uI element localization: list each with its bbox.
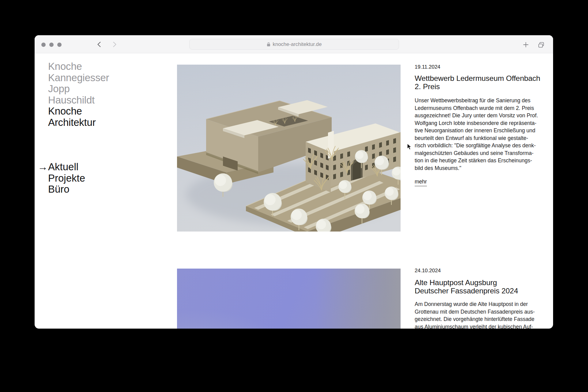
browser-toolbar: knoche-architektur.de (35, 35, 553, 53)
article-image-ledermuseum-model[interactable] (177, 65, 401, 232)
tabs-overview-icon (539, 43, 544, 47)
window-control-dot-minimize[interactable] (49, 43, 54, 47)
new-tab-button[interactable] (522, 41, 530, 48)
nav-item-aktuell[interactable]: → Aktuell (48, 161, 85, 173)
article-body: Am Donnerstag wurde die Alte Hauptpost i… (415, 300, 549, 329)
chevron-right-icon (114, 42, 116, 47)
address-bar[interactable]: knoche-architektur.de (189, 39, 399, 50)
chevron-left-icon (98, 42, 100, 47)
nav-item-buero[interactable]: Büro (48, 184, 85, 195)
article-date: 24.10.2024 (415, 267, 549, 274)
mouse-cursor (406, 143, 413, 150)
forward-button[interactable] (111, 41, 118, 48)
nav-label-projekte: Projekte (48, 172, 85, 184)
logo-firm-name: Knoche Architektur (48, 106, 109, 128)
window-control-dot-close[interactable] (41, 43, 46, 47)
show-tabs-button[interactable] (537, 41, 545, 49)
article-image-hauptpost[interactable] (177, 269, 401, 329)
active-arrow-icon: → (38, 161, 48, 173)
site-logo[interactable]: Knoche Kannegiesser Jopp Hauschildt Knoc… (48, 61, 109, 128)
nav-label-buero: Büro (48, 183, 70, 195)
url-text: knoche-architektur.de (273, 41, 322, 47)
plus-icon (524, 43, 528, 47)
back-button[interactable] (96, 41, 103, 48)
article-title: Wettbewerb Ledermuseum Offenbach 2. Prei… (415, 74, 549, 91)
nav-item-projekte[interactable]: Projekte (48, 173, 85, 184)
desktop-background: knoche-architektur.de Knoche Kannegiesse… (0, 0, 588, 392)
logo-partner-names: Knoche Kannegiesser Jopp Hauschildt (48, 61, 109, 106)
article-body: Unser Wettbewerbsbeitrag für die Sanieru… (415, 97, 549, 172)
article-hauptpost: 24.10.2024 Alte Hauptpost Augsburg Deuts… (415, 267, 549, 329)
lock-icon (267, 42, 270, 47)
architectural-model-photo (177, 65, 401, 232)
article-ledermuseum: 19.11.2024 Wettbewerb Ledermuseum Offenb… (415, 64, 549, 186)
window-control-dot-zoom[interactable] (57, 43, 62, 47)
main-navigation: → Aktuell Projekte Büro (48, 161, 85, 195)
more-link[interactable]: mehr (415, 179, 427, 186)
browser-window: knoche-architektur.de Knoche Kannegiesse… (35, 35, 553, 329)
article-date: 19.11.2024 (415, 64, 549, 70)
nav-label-aktuell: Aktuell (48, 161, 78, 172)
article-title: Alte Hauptpost Augsburg Deutscher Fassad… (415, 278, 549, 295)
